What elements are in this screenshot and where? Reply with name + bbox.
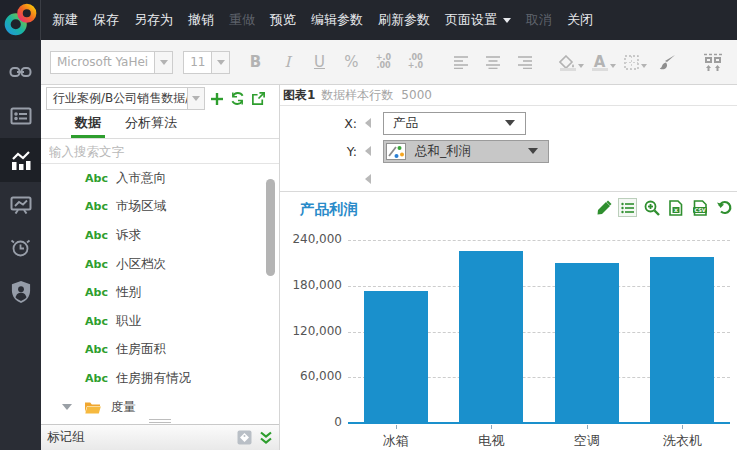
collapse-left-icon[interactable]	[360, 118, 371, 128]
open-in-new-icon	[251, 91, 266, 106]
decrease-decimal-button[interactable]: .00+.0	[402, 47, 428, 77]
data-panel: 行业案例/B公司销售数据/ 数据分析算法 Abc入市意向Abc市场区域Abc诉求…	[41, 85, 280, 450]
sidebar-item-chart[interactable]	[0, 138, 41, 182]
menu-item-label: 重做	[229, 11, 255, 29]
sidebar-item-security[interactable]	[0, 270, 41, 314]
data-list-button[interactable]	[618, 198, 637, 217]
chevron-down-icon	[217, 60, 225, 69]
menu-item[interactable]: 保存	[93, 11, 119, 29]
menu-item-label: 刷新参数	[378, 11, 430, 29]
y-field-value: 总和_利润	[406, 143, 528, 160]
menubar: 新建保存另存为撤销重做预览编辑参数刷新参数页面设置取消关闭	[52, 0, 593, 40]
font-family-select[interactable]: Microsoft YaHei	[50, 51, 173, 74]
data-source-dropdown-button[interactable]	[187, 88, 204, 109]
tag-icon[interactable]	[237, 430, 252, 445]
font-color-letter-icon: A	[594, 55, 606, 69]
menu-item-label: 编辑参数	[311, 11, 363, 29]
field-list-item[interactable]: Abc入市意向	[41, 164, 279, 193]
export-csv-button[interactable]: CSV	[690, 198, 709, 217]
align-right-button[interactable]	[512, 47, 538, 77]
chevron-down-icon	[528, 148, 538, 159]
fill-color-button[interactable]	[558, 47, 584, 77]
collapse-left-icon[interactable]	[360, 146, 371, 156]
field-list-scrollbar[interactable]	[266, 179, 275, 276]
menu-item[interactable]: 编辑参数	[311, 11, 363, 29]
field-type-abc-icon: Abc	[85, 200, 116, 213]
axis-binding-panel: 图表1 数据样本行数 5000 X: 产品 Y: 总和_利润	[280, 85, 737, 192]
borders-button[interactable]	[622, 47, 648, 77]
presentation-chart-icon	[10, 195, 32, 214]
refresh-dataset-button[interactable]	[228, 89, 247, 108]
menu-item[interactable]: 取消	[526, 11, 552, 29]
format-painter-button[interactable]	[654, 47, 680, 77]
undo-rotate-icon	[716, 200, 732, 215]
tab-data[interactable]: 数据	[75, 114, 101, 138]
clipped-toolbar-button[interactable]	[731, 47, 737, 77]
open-dataset-button[interactable]	[249, 89, 268, 108]
sidebar-item-dashboard[interactable]	[0, 182, 41, 226]
decrease-decimal-icon: .00+.0	[408, 54, 423, 70]
menu-item[interactable]: 撤销	[188, 11, 214, 29]
marks-group-bar[interactable]: 标记组	[41, 424, 279, 450]
menu-item[interactable]: 另存为	[134, 11, 173, 29]
y-field-pill[interactable]: 总和_利润	[383, 140, 549, 163]
font-color-button[interactable]: A	[590, 47, 616, 77]
field-name: 住房拥有情况	[116, 370, 191, 387]
y-tick-label: 180,000	[280, 278, 342, 292]
user-shield-icon	[11, 281, 31, 303]
menu-item[interactable]: 页面设置	[445, 11, 511, 29]
link-icon	[9, 64, 32, 80]
field-list-item[interactable]: Abc性别	[41, 278, 279, 307]
data-source-select[interactable]: 行业案例/B公司销售数据/	[46, 87, 205, 110]
align-center-button[interactable]	[480, 47, 506, 77]
collapse-left-icon[interactable]	[360, 174, 371, 184]
field-search-input[interactable]	[41, 139, 279, 163]
menu-item[interactable]: 新建	[52, 11, 78, 29]
font-size-select[interactable]: 11	[183, 51, 230, 74]
underline-button[interactable]: U	[306, 47, 332, 77]
field-list-item[interactable]: Abc住房面积	[41, 336, 279, 365]
insert-rows-icon	[703, 53, 723, 71]
panel-resize-handle[interactable]	[41, 417, 279, 424]
reset-chart-button[interactable]	[714, 198, 733, 217]
field-list-item[interactable]: Abc诉求	[41, 221, 279, 250]
expanded-triangle-icon	[62, 404, 72, 415]
font-family-dropdown-button[interactable]	[154, 52, 172, 73]
menu-item[interactable]: 重做	[229, 11, 255, 29]
tab-analytics[interactable]: 分析算法	[125, 114, 177, 138]
bar-2[interactable]	[459, 251, 523, 423]
x-category-label: 冰箱	[351, 432, 441, 450]
y-tick-label: 120,000	[280, 324, 342, 338]
increase-decimal-button[interactable]: +.0.00	[370, 47, 396, 77]
x-field-pill[interactable]: 产品	[383, 112, 526, 135]
bar-4[interactable]	[650, 257, 714, 423]
field-list-item[interactable]: Abc住房拥有情况	[41, 364, 279, 393]
measures-folder-label: 度量	[111, 399, 136, 416]
measures-folder-row[interactable]: 度量	[41, 393, 279, 417]
sidebar-item-schedule[interactable]	[0, 226, 41, 270]
collapse-double-chevron-icon[interactable]	[259, 431, 273, 444]
export-excel-button[interactable]: x	[666, 198, 685, 217]
percent-format-button[interactable]: %	[338, 47, 364, 77]
sidebar-item-form[interactable]	[0, 94, 41, 138]
list-icon	[621, 202, 635, 214]
menu-item[interactable]: 预览	[270, 11, 296, 29]
menu-item[interactable]: 刷新参数	[378, 11, 430, 29]
field-list-item[interactable]: Abc市场区域	[41, 193, 279, 222]
bold-button[interactable]: B	[242, 47, 268, 77]
add-dataset-button[interactable]	[207, 89, 226, 108]
align-right-icon	[517, 56, 533, 69]
align-left-button[interactable]	[448, 47, 474, 77]
edit-style-button[interactable]	[594, 198, 613, 217]
menu-item[interactable]: 关闭	[567, 11, 593, 29]
italic-button[interactable]: I	[274, 47, 300, 77]
sidebar-item-link[interactable]	[0, 50, 41, 94]
field-list-item[interactable]: Abc小区档次	[41, 250, 279, 279]
insert-rows-button[interactable]	[700, 47, 726, 77]
bar-1[interactable]	[364, 291, 428, 423]
field-name: 小区档次	[116, 256, 166, 273]
field-list-item[interactable]: Abc职业	[41, 307, 279, 336]
bar-3[interactable]	[555, 263, 619, 423]
font-size-dropdown-button[interactable]	[211, 52, 229, 73]
zoom-in-button[interactable]	[642, 198, 661, 217]
